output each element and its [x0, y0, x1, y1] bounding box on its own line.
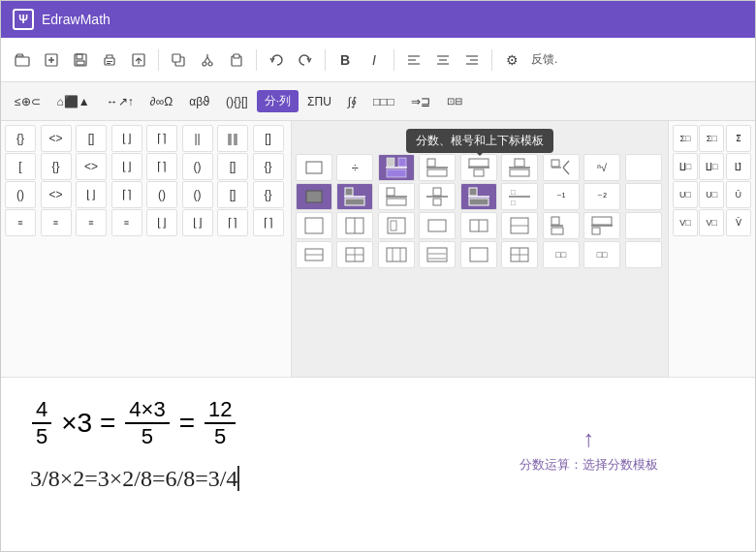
tab-arrows[interactable]: ↔↗↑ [99, 92, 142, 111]
frac-cell[interactable]: ÷ [336, 154, 373, 181]
frac-cell[interactable]: □□ [501, 183, 538, 210]
op-cell-yo[interactable]: U□ [699, 181, 724, 208]
bracket-cell[interactable]: ⌊⌋ [111, 125, 142, 152]
frac-cell[interactable] [583, 212, 620, 239]
frac-cell[interactable]: □□ [543, 241, 580, 268]
bracket-cell[interactable]: ⌈⌉ [146, 153, 177, 180]
tab-integrals[interactable]: ∫∮ [340, 92, 364, 111]
tab-geometry[interactable]: □□□ [365, 92, 402, 111]
frac-cell[interactable] [625, 241, 662, 268]
print-button[interactable] [96, 46, 123, 74]
cut-button[interactable] [194, 46, 221, 74]
frac-cell[interactable] [501, 212, 538, 239]
bracket-cell[interactable]: {} [253, 181, 284, 208]
frac-cell[interactable] [296, 154, 332, 181]
frac-cell[interactable]: ⁿ√ [583, 154, 620, 181]
align-left-button[interactable] [400, 46, 427, 74]
bracket-cell[interactable]: {} [41, 153, 72, 180]
bracket-cell[interactable]: ≡ [111, 209, 142, 236]
op-cell[interactable]: ∐̂ [726, 153, 751, 180]
op-cell-un[interactable]: U□ [673, 181, 698, 208]
frac-cell[interactable] [378, 241, 415, 268]
paste-button[interactable] [223, 46, 250, 74]
bracket-cell[interactable]: ⌈⌉ [217, 209, 248, 236]
bracket-cell[interactable]: ⌈⌉ [111, 181, 142, 208]
op-cell[interactable]: Σ□ [673, 125, 698, 152]
bracket-cell[interactable]: [] [253, 125, 284, 152]
open-button[interactable] [9, 46, 36, 74]
bracket-cell[interactable]: <> [41, 181, 72, 208]
bracket-cell[interactable]: ⌊⌋ [76, 181, 107, 208]
frac-cell[interactable] [378, 183, 415, 210]
copy-button[interactable] [165, 46, 192, 74]
frac-cell[interactable] [625, 154, 662, 181]
bracket-cell[interactable]: ⌊⌋ [182, 209, 213, 236]
tab-calculus[interactable]: ∂∞Ω [142, 92, 180, 111]
op-cell[interactable]: Û [726, 181, 751, 208]
tab-misc[interactable]: ⊡⊟ [439, 93, 470, 109]
bracket-cell[interactable]: <> [41, 125, 72, 152]
new-button[interactable] [38, 46, 65, 74]
frac-cell[interactable] [625, 183, 662, 210]
frac-cell[interactable] [378, 212, 415, 239]
bracket-cell[interactable]: || [182, 125, 213, 152]
bracket-cell[interactable]: () [182, 153, 213, 180]
bracket-cell[interactable]: [] [76, 125, 107, 152]
frac-cell[interactable] [625, 212, 662, 239]
bracket-cell[interactable]: () [5, 181, 36, 208]
frac-cell[interactable] [336, 212, 373, 239]
italic-button[interactable]: I [361, 46, 388, 74]
frac-cell[interactable] [501, 241, 538, 268]
bracket-cell[interactable]: ⌊⌋ [146, 209, 177, 236]
frac-cell[interactable] [460, 212, 497, 239]
export-button[interactable] [125, 46, 152, 74]
frac-cell[interactable] [419, 241, 456, 268]
bracket-cell[interactable]: [ [5, 153, 36, 180]
tab-brackets[interactable]: (){}[] [218, 92, 256, 111]
frac-cell[interactable] [543, 212, 580, 239]
frac-cell-hl[interactable] [336, 183, 373, 210]
align-right-button[interactable] [458, 46, 486, 74]
align-center-button[interactable] [429, 46, 457, 74]
frac-cell[interactable] [296, 241, 332, 268]
bracket-cell[interactable]: ≡ [76, 209, 107, 236]
bracket-cell[interactable]: ⌈⌉ [253, 209, 284, 236]
frac-cell-hl[interactable] [460, 183, 497, 210]
tab-fractions[interactable]: 分·列 [257, 90, 299, 112]
op-cell[interactable]: Σ̂ [726, 125, 751, 152]
bracket-cell[interactable]: ≡ [5, 209, 36, 236]
bracket-cell[interactable]: [] [217, 181, 248, 208]
tab-greek[interactable]: αβϑ [181, 92, 217, 111]
bracket-cell[interactable]: ⌊⌋ [111, 153, 142, 180]
redo-button[interactable] [292, 46, 319, 74]
bold-button[interactable]: B [331, 46, 359, 74]
op-cell[interactable]: Σ□ [699, 125, 724, 152]
frac-cell[interactable] [419, 183, 456, 210]
frac-cell[interactable]: ⁻² [583, 183, 620, 210]
frac-cell[interactable] [460, 241, 497, 268]
tab-shapes[interactable]: ⌂⬛▲ [49, 92, 98, 111]
frac-cell[interactable] [296, 212, 332, 239]
bracket-cell[interactable]: ≡ [41, 209, 72, 236]
frac-cell[interactable] [543, 154, 580, 181]
frac-cell[interactable]: ⁻¹ [543, 183, 580, 210]
bracket-cell[interactable]: {} [253, 153, 284, 180]
feedback-label[interactable]: 反馈. [531, 51, 557, 68]
frac-cell[interactable] [419, 154, 456, 181]
frac-cell[interactable] [419, 212, 456, 239]
bracket-cell[interactable]: ⌈⌉ [146, 125, 177, 152]
frac-cell-hl[interactable] [296, 183, 332, 210]
bracket-cell[interactable]: {} [5, 125, 36, 152]
bracket-cell[interactable]: () [182, 181, 213, 208]
frac-cell[interactable] [501, 154, 538, 181]
op-cell[interactable]: V̂ [726, 209, 751, 236]
frac-cell[interactable]: □□ [583, 241, 620, 268]
tab-operators[interactable]: ΣΠU [299, 92, 339, 111]
frac-cell-selected[interactable] [378, 154, 415, 181]
bracket-cell[interactable]: [] [217, 153, 248, 180]
bracket-cell[interactable]: ‖‖ [217, 125, 248, 152]
op-cell[interactable]: ∐□ [673, 153, 698, 180]
undo-button[interactable] [263, 46, 290, 74]
op-cell[interactable]: V□ [673, 209, 698, 236]
settings-button[interactable]: ⚙ [498, 46, 525, 74]
